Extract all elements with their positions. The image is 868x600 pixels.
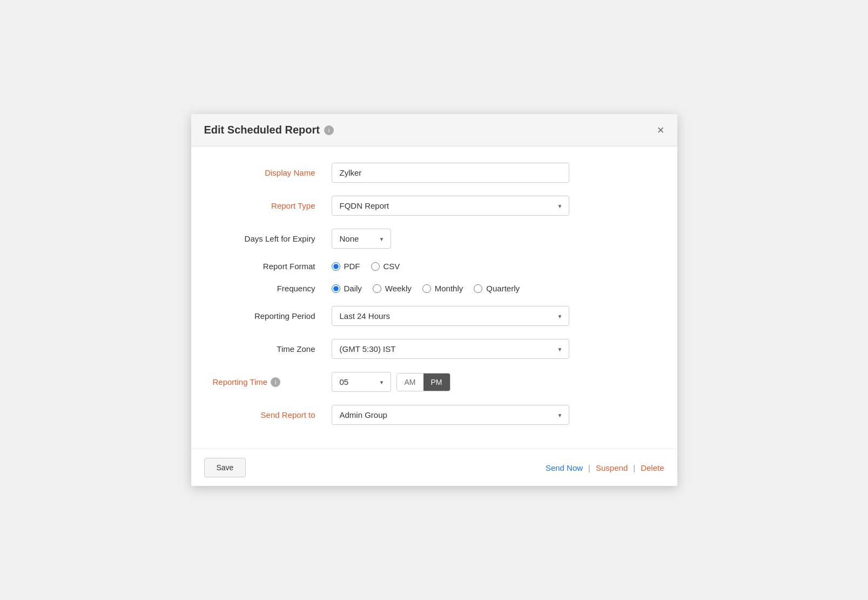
- time-row: 05 01 02 03 04 06 07 08 09 10 11 12: [332, 372, 656, 392]
- report-format-csv-item[interactable]: CSV: [371, 262, 400, 271]
- modal-header: Edit Scheduled Report i ×: [191, 114, 677, 146]
- frequency-row: Frequency Daily Weekly Monthly: [213, 284, 656, 293]
- send-report-to-row: Send Report to Admin Group All Users Cus…: [213, 405, 656, 425]
- frequency-monthly-radio[interactable]: [422, 284, 431, 293]
- modal-title-wrap: Edit Scheduled Report i: [204, 124, 334, 136]
- separator-2: |: [633, 463, 635, 472]
- reporting-time-row: Reporting Time i 05 01 02 03 04 06 0: [213, 372, 656, 392]
- report-type-select[interactable]: FQDN Report Summary Report Detailed Repo…: [332, 196, 569, 216]
- frequency-monthly-label: Monthly: [435, 284, 463, 293]
- info-icon[interactable]: i: [324, 125, 334, 135]
- am-button[interactable]: AM: [397, 374, 423, 391]
- reporting-time-control: 05 01 02 03 04 06 07 08 09 10 11 12: [332, 372, 656, 392]
- frequency-weekly-item[interactable]: Weekly: [373, 284, 412, 293]
- frequency-monthly-item[interactable]: Monthly: [422, 284, 463, 293]
- days-left-row: Days Left for Expiry None 30 60 90: [213, 229, 656, 249]
- display-name-row: Display Name: [213, 163, 656, 183]
- display-name-label: Display Name: [213, 168, 332, 177]
- report-format-control: PDF CSV: [332, 262, 656, 271]
- frequency-weekly-radio[interactable]: [373, 284, 381, 293]
- footer-actions: Send Now | Suspend | Delete: [546, 463, 664, 472]
- send-report-to-select[interactable]: Admin Group All Users Custom: [332, 405, 569, 425]
- report-type-control: FQDN Report Summary Report Detailed Repo…: [332, 196, 656, 216]
- reporting-period-label: Reporting Period: [213, 311, 332, 321]
- report-format-row: Report Format PDF CSV: [213, 262, 656, 271]
- reporting-time-info-icon[interactable]: i: [271, 377, 280, 387]
- close-button[interactable]: ×: [657, 124, 664, 136]
- frequency-daily-radio[interactable]: [332, 284, 340, 293]
- frequency-label: Frequency: [213, 284, 332, 293]
- days-left-label: Days Left for Expiry: [213, 234, 332, 243]
- separator-1: |: [588, 463, 590, 472]
- hour-select[interactable]: 05 01 02 03 04 06 07 08 09 10 11 12: [332, 372, 391, 392]
- display-name-control: [332, 163, 656, 183]
- report-format-pdf-label: PDF: [344, 262, 360, 271]
- report-format-radio-group: PDF CSV: [332, 262, 656, 271]
- display-name-input[interactable]: [332, 163, 569, 183]
- report-format-csv-label: CSV: [383, 262, 400, 271]
- frequency-daily-item[interactable]: Daily: [332, 284, 362, 293]
- edit-scheduled-report-modal: Edit Scheduled Report i × Display Name R…: [191, 114, 677, 486]
- send-now-link[interactable]: Send Now: [546, 463, 583, 472]
- send-report-to-control: Admin Group All Users Custom: [332, 405, 656, 425]
- reporting-period-select-wrap: Last 24 Hours Last 7 Days Last 30 Days L…: [332, 306, 569, 326]
- report-format-csv-radio[interactable]: [371, 262, 380, 271]
- modal-title: Edit Scheduled Report: [204, 124, 320, 136]
- send-report-to-label: Send Report to: [213, 410, 332, 419]
- time-zone-select-wrap: (GMT 5:30) IST (GMT 0:00) UTC (GMT -5:00…: [332, 339, 569, 359]
- modal-body: Display Name Report Type FQDN Report Sum…: [191, 146, 677, 449]
- modal-footer: Save Send Now | Suspend | Delete: [191, 449, 677, 486]
- frequency-control: Daily Weekly Monthly Quarterly: [332, 284, 656, 293]
- days-left-control: None 30 60 90: [332, 229, 656, 249]
- send-report-to-select-wrap: Admin Group All Users Custom: [332, 405, 569, 425]
- time-zone-select[interactable]: (GMT 5:30) IST (GMT 0:00) UTC (GMT -5:00…: [332, 339, 569, 359]
- suspend-link[interactable]: Suspend: [596, 463, 628, 472]
- pm-button[interactable]: PM: [423, 374, 450, 391]
- report-format-pdf-item[interactable]: PDF: [332, 262, 360, 271]
- reporting-period-row: Reporting Period Last 24 Hours Last 7 Da…: [213, 306, 656, 326]
- hour-select-wrap: 05 01 02 03 04 06 07 08 09 10 11 12: [332, 372, 391, 392]
- reporting-time-label-wrap: Reporting Time i: [213, 377, 315, 387]
- time-zone-row: Time Zone (GMT 5:30) IST (GMT 0:00) UTC …: [213, 339, 656, 359]
- reporting-time-label: Reporting Time i: [213, 377, 332, 387]
- days-left-select[interactable]: None 30 60 90: [332, 229, 391, 249]
- frequency-weekly-label: Weekly: [385, 284, 412, 293]
- reporting-period-control: Last 24 Hours Last 7 Days Last 30 Days L…: [332, 306, 656, 326]
- days-left-select-wrap: None 30 60 90: [332, 229, 391, 249]
- report-format-pdf-radio[interactable]: [332, 262, 340, 271]
- delete-link[interactable]: Delete: [641, 463, 664, 472]
- frequency-quarterly-radio[interactable]: [474, 284, 482, 293]
- report-type-label: Report Type: [213, 201, 332, 210]
- report-type-select-wrap: FQDN Report Summary Report Detailed Repo…: [332, 196, 569, 216]
- frequency-radio-group: Daily Weekly Monthly Quarterly: [332, 284, 656, 293]
- save-button[interactable]: Save: [204, 458, 246, 477]
- frequency-daily-label: Daily: [344, 284, 362, 293]
- report-type-row: Report Type FQDN Report Summary Report D…: [213, 196, 656, 216]
- report-format-label: Report Format: [213, 262, 332, 271]
- frequency-quarterly-item[interactable]: Quarterly: [474, 284, 520, 293]
- frequency-quarterly-label: Quarterly: [486, 284, 520, 293]
- ampm-group: AM PM: [396, 373, 450, 391]
- time-zone-control: (GMT 5:30) IST (GMT 0:00) UTC (GMT -5:00…: [332, 339, 656, 359]
- time-zone-label: Time Zone: [213, 344, 332, 354]
- reporting-period-select[interactable]: Last 24 Hours Last 7 Days Last 30 Days L…: [332, 306, 569, 326]
